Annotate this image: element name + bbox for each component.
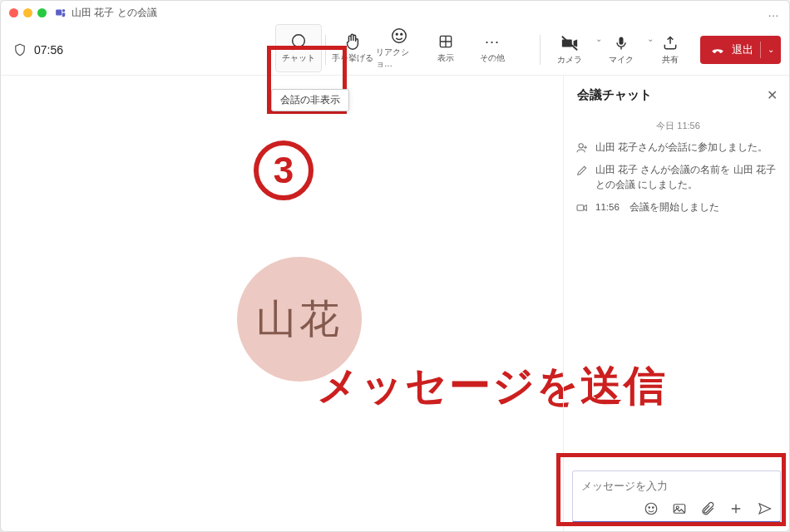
shield-icon: [12, 42, 27, 57]
svg-rect-8: [620, 37, 624, 44]
chat-event-text: 山田 花子 さんが会議の名前を 山田 花子 との会議 にしました。: [595, 163, 781, 192]
view-label: 表示: [437, 52, 454, 64]
annotation-step-number: 3: [254, 140, 314, 200]
meeting-toolbar: 07:56 チャット 手を挙げる リアクショ…: [1, 24, 789, 76]
window-more-icon[interactable]: …: [768, 6, 781, 19]
share-label: 共有: [662, 54, 679, 66]
chat-system-event: 山田 花子さんが会話に参加しました。: [575, 140, 781, 155]
chat-message-input[interactable]: [581, 480, 772, 492]
svg-point-1: [62, 9, 66, 12]
toolbar-right-group: カメラ ⌄ マイク ⌄ 共有 退出 ⌄: [536, 26, 781, 74]
close-chat-panel-button[interactable]: ✕: [767, 87, 778, 103]
more-label: その他: [480, 52, 505, 64]
svg-point-12: [649, 507, 650, 509]
chat-icon: [289, 32, 308, 51]
meeting-timer: 07:56: [34, 43, 63, 57]
leave-button[interactable]: 退出 ⌄: [700, 36, 781, 64]
person-add-icon: [575, 141, 589, 155]
chat-panel-title: 会議チャット: [577, 87, 652, 103]
chat-compose-box[interactable]: [572, 470, 781, 523]
share-tray-icon: [661, 34, 679, 52]
minimize-window-button[interactable]: [23, 8, 32, 17]
camera-label: カメラ: [557, 54, 582, 66]
svg-point-13: [653, 507, 654, 509]
raise-hand-button[interactable]: 手を挙げる: [329, 24, 376, 72]
chevron-down-icon[interactable]: ⌄: [768, 45, 774, 54]
ellipsis-icon: ···: [483, 32, 501, 51]
raise-hand-label: 手を挙げる: [332, 52, 373, 64]
chat-panel-header: 会議チャット ✕: [564, 76, 789, 111]
chat-event-text: 山田 花子さんが会話に参加しました。: [595, 140, 768, 155]
send-icon[interactable]: [757, 501, 772, 516]
microphone-icon: [612, 34, 630, 52]
svg-point-9: [579, 144, 583, 148]
leave-divider: [760, 42, 761, 58]
emoji-icon[interactable]: [644, 501, 659, 516]
svg-point-3: [393, 29, 407, 43]
reaction-button[interactable]: リアクショ…: [376, 24, 422, 72]
avatar-initials: 山花: [256, 293, 343, 346]
svg-point-11: [645, 503, 657, 515]
svg-rect-0: [56, 10, 62, 16]
teams-app-icon: [55, 7, 67, 18]
toolbar-divider: [540, 35, 541, 65]
view-button[interactable]: 表示: [422, 24, 469, 72]
toolbar-center-group: チャット 手を挙げる リアクショ… 表示: [275, 24, 516, 76]
mic-button[interactable]: マイク ⌄: [595, 26, 647, 74]
toolbar-divider: [325, 35, 326, 65]
chat-button[interactable]: チャット: [275, 24, 322, 72]
meeting-chat-panel: 会議チャット ✕ 今日 11:56 山田 花子さんが会話に参加しました。 山田 …: [563, 76, 789, 531]
camera-button[interactable]: カメラ ⌄: [544, 26, 595, 74]
share-button[interactable]: 共有: [647, 26, 694, 74]
chat-event-text: 11:56 会議を開始しました: [595, 200, 719, 214]
camera-off-icon: [560, 34, 579, 52]
close-window-button[interactable]: [9, 8, 18, 17]
chat-system-event: 山田 花子 さんが会議の名前を 山田 花子 との会議 にしました。: [575, 163, 781, 192]
svg-rect-10: [577, 204, 584, 210]
smiley-icon: [390, 27, 408, 45]
raise-hand-icon: [343, 32, 362, 51]
chat-timestamp-header: 今日 11:56: [575, 120, 781, 132]
window-titlebar: 山田 花子 との会議 …: [1, 1, 789, 24]
chat-button-label: チャット: [282, 52, 315, 64]
svg-point-5: [401, 33, 402, 35]
svg-point-4: [396, 33, 397, 35]
hangup-icon: [710, 42, 725, 57]
attach-icon[interactable]: [700, 501, 715, 516]
pencil-icon: [575, 164, 589, 177]
chat-panel-body: 今日 11:56 山田 花子さんが会話に参加しました。 山田 花子 さんが会議の…: [564, 111, 789, 462]
grid-icon: [437, 32, 455, 51]
chat-system-event: 11:56 会議を開始しました: [575, 200, 781, 214]
meeting-main-area: 3 山花 メッセージを送信 会議チャット ✕ 今日 11:56 山田 花子さんが…: [1, 76, 789, 531]
plus-icon[interactable]: [728, 501, 743, 516]
window-title: 山田 花子 との会議: [72, 6, 157, 20]
traffic-lights: [9, 8, 47, 17]
maximize-window-button[interactable]: [37, 8, 47, 17]
image-icon[interactable]: [672, 501, 687, 516]
reaction-label: リアクショ…: [376, 47, 422, 70]
more-button[interactable]: ··· その他: [469, 24, 516, 72]
leave-label: 退出: [732, 42, 753, 57]
video-icon: [575, 201, 589, 214]
mic-label: マイク: [609, 54, 634, 66]
compose-toolbar: [581, 493, 772, 516]
app-window: 山田 花子 との会議 … 07:56 チャット 手を挙げる: [0, 0, 790, 532]
